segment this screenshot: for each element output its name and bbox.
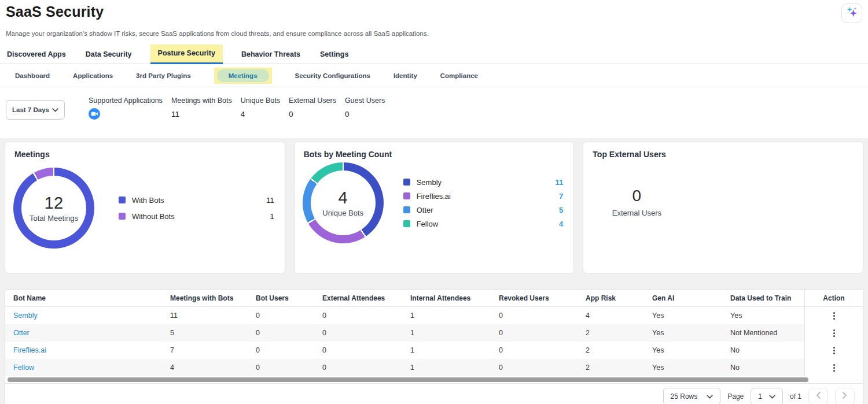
scrollbar-thumb[interactable] [8, 377, 808, 382]
tab-discovered-apps[interactable]: Discovered Apps [6, 46, 67, 64]
zoom-video-icon[interactable] [89, 108, 100, 120]
stat-supported-applications: Supported Applications [89, 97, 163, 120]
tab-security-configurations[interactable]: Security Configurations [295, 72, 370, 79]
col-bot-users: Bot Users [256, 294, 322, 302]
cell: 1 [410, 364, 499, 372]
stat-meetings-with-bots: Meetings with Bots 11 [171, 97, 232, 120]
top-external-users-card: Top External Users 0 External Users [583, 142, 863, 273]
cell: 4 [170, 364, 256, 372]
total-meetings-label: Total Meetings [30, 214, 78, 223]
legend-value-link[interactable]: 4 [559, 220, 563, 228]
bot-name-link[interactable]: Otter [13, 329, 30, 337]
page-title: SaaS Security [6, 3, 861, 20]
page-count-label: of 1 [790, 392, 801, 401]
tab-3rd-party-plugins[interactable]: 3rd Party Plugins [136, 72, 191, 79]
tab-posture-security[interactable]: Posture Security [150, 45, 223, 64]
tab-applications[interactable]: Applications [73, 72, 113, 79]
kebab-menu-icon[interactable] [831, 362, 837, 374]
stat-label: External Users [289, 97, 336, 105]
cell: No [730, 346, 804, 354]
stat-label: Guest Users [345, 97, 385, 105]
cards-row: Meetings 12 Total Meetings With Bots 11 [5, 142, 863, 273]
cell: 1 [410, 329, 499, 337]
legend-label: Fellow [417, 220, 439, 228]
cell: 0 [322, 346, 410, 354]
stat-external-users: External Users 0 [289, 97, 336, 120]
col-gen-ai: Gen AI [652, 294, 730, 302]
page-header: SaaS Security Manage your organization's… [0, 0, 868, 37]
ai-assistant-button[interactable] [841, 3, 862, 23]
bot-name-link[interactable]: Fellow [13, 364, 34, 372]
cell: 0 [499, 329, 586, 337]
card-title: Meetings [5, 142, 285, 159]
col-action: Action [804, 290, 863, 306]
cell: No [730, 364, 804, 372]
cell: 0 [256, 312, 322, 320]
bots-legend: Sembly 11 Fireflies.ai 7 Otter 5 [403, 178, 564, 228]
cell: 1 [410, 346, 499, 354]
legend-label: Otter [417, 206, 433, 214]
bots-donut-chart[interactable]: 4 Unique Bots [303, 162, 384, 243]
legend-swatch [119, 197, 126, 203]
meetings-legend: With Bots 11 Without Bots 1 [119, 196, 274, 221]
tab-settings[interactable]: Settings [319, 46, 350, 64]
table-header-row: Bot Name Meetings with Bots Bot Users Ex… [5, 290, 863, 307]
tab-data-security[interactable]: Data Security [84, 46, 133, 64]
date-range-dropdown[interactable]: Last 7 Days [6, 100, 65, 120]
legend-label: Without Bots [132, 212, 175, 221]
summary-stats: Supported Applications Meetings with Bot… [89, 97, 385, 120]
legend-value-link[interactable]: 5 [559, 206, 563, 214]
total-meetings-value: 12 [45, 194, 63, 213]
secondary-tab-bar: Dashboard Applications 3rd Party Plugins… [0, 64, 868, 87]
tab-meetings[interactable]: Meetings [217, 69, 269, 82]
legend-value: 11 [266, 196, 274, 205]
tab-behavior-threats[interactable]: Behavior Threats [240, 46, 301, 64]
cell: Yes [652, 312, 730, 320]
tab-compliance[interactable]: Compliance [440, 72, 478, 79]
table-row: Sembly 11 0 0 1 0 4 Yes Yes [5, 307, 863, 324]
tab-identity[interactable]: Identity [393, 72, 417, 79]
kebab-menu-icon[interactable] [831, 310, 837, 322]
cell: 2 [586, 346, 652, 354]
external-users-value: 0 [596, 187, 677, 205]
stat-value: 4 [241, 110, 280, 118]
bot-name-link[interactable]: Fireflies.ai [13, 346, 46, 354]
table-row: Fireflies.ai 7 0 0 1 0 2 Yes No [5, 342, 863, 359]
kebab-menu-icon[interactable] [831, 327, 837, 339]
unique-bots-value: 4 [339, 188, 348, 207]
cell: Yes [730, 312, 804, 320]
cell: 4 [586, 312, 652, 320]
legend-swatch [403, 206, 410, 213]
rows-per-page-dropdown[interactable]: 25 Rows [663, 388, 721, 404]
cell: 0 [322, 312, 410, 320]
kebab-menu-icon[interactable] [831, 344, 837, 357]
legend-value-link[interactable]: 7 [559, 192, 563, 201]
tab-dashboard[interactable]: Dashboard [15, 72, 50, 79]
meetings-donut-chart[interactable]: 12 Total Meetings [13, 168, 94, 249]
filter-bar: Last 7 Days Supported Applications Meeti… [0, 87, 868, 138]
legend-item: Fireflies.ai 7 [403, 192, 564, 201]
legend-item: Otter 5 [403, 206, 564, 214]
chevron-right-icon [843, 392, 847, 401]
cell: 0 [499, 346, 586, 354]
bot-name-link[interactable]: Sembly [13, 312, 38, 320]
legend-item: With Bots 11 [119, 196, 274, 205]
page-number-dropdown[interactable]: 1 [751, 388, 783, 404]
next-page-button[interactable] [835, 388, 855, 404]
cell: Yes [652, 364, 730, 372]
previous-page-button[interactable] [808, 388, 828, 404]
cell: 0 [499, 312, 586, 320]
chevron-left-icon [816, 392, 821, 401]
stat-unique-bots: Unique Bots 4 [241, 97, 280, 120]
current-page-value: 1 [758, 392, 762, 401]
cell: 11 [170, 312, 256, 320]
cell: 0 [256, 329, 322, 337]
col-internal-attendees: Internal Attendees [410, 294, 499, 302]
table-footer: 25 Rows Page 1 of 1 [5, 383, 863, 404]
table-row: Fellow 4 0 0 1 0 2 Yes No [5, 359, 863, 376]
page-label: Page [727, 392, 744, 401]
legend-label: Sembly [417, 178, 442, 187]
legend-value-link[interactable]: 11 [556, 178, 564, 187]
stat-value: 0 [289, 110, 336, 118]
stat-label: Supported Applications [89, 97, 163, 105]
